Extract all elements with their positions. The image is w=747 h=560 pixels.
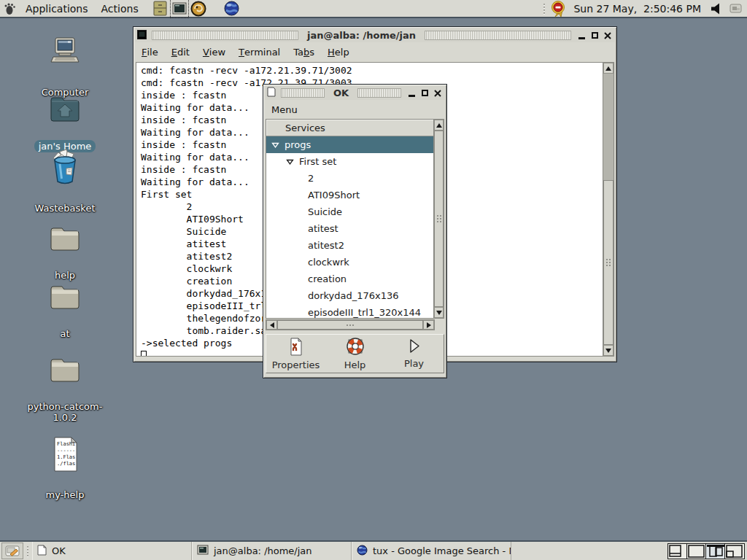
tree-item-label: atitest — [308, 223, 338, 234]
desktop-icon-wastebasket[interactable]: Wastebasket — [20, 148, 110, 214]
workspace-1[interactable] — [668, 544, 687, 559]
services-header[interactable]: Services — [266, 120, 434, 136]
workspace-2[interactable] — [687, 544, 706, 559]
terminal-titlebar[interactable]: jan@alba: /home/jan — [135, 28, 615, 42]
tree-item-atitest[interactable]: atitest — [266, 220, 434, 237]
file-manager-launcher-icon[interactable] — [152, 0, 169, 18]
tree-item-label: progs — [285, 139, 311, 150]
taskbar: OK jan@alba: /home/jan tux - Google Imag… — [0, 540, 747, 560]
scroll-left-icon[interactable] — [266, 320, 277, 330]
task-label: jan@alba: /home/jan — [214, 545, 312, 556]
properties-button[interactable]: Properties — [266, 335, 325, 373]
dialog-vscrollbar[interactable] — [433, 119, 444, 319]
dialog-toolbar: Properties Help Play — [266, 334, 444, 373]
menu-applications[interactable]: Applications — [19, 0, 95, 18]
task-ok[interactable]: OK — [32, 542, 192, 560]
menu-actions[interactable]: Actions — [95, 0, 145, 18]
tree-item-progs[interactable]: progs — [266, 136, 434, 153]
desktop-icon-help[interactable]: help — [20, 224, 110, 281]
dialog-hscrollbar[interactable] — [266, 319, 435, 330]
folder-icon — [20, 282, 110, 311]
tree-item-ati09short[interactable]: ATI09Short — [266, 187, 434, 203]
desktop-icon-computer[interactable]: Computer — [20, 36, 110, 98]
play-label: Play — [404, 358, 424, 369]
workspace-4[interactable] — [725, 544, 744, 559]
tree-item-atitest2[interactable]: atitest2 — [266, 237, 434, 254]
tree-item-label: 2 — [308, 173, 314, 184]
tree-item-first-set[interactable]: First set — [266, 153, 434, 170]
tree-item-2[interactable]: 2 — [266, 170, 434, 187]
services-list: Services progsFirst set2ATI09ShortSuicid… — [266, 119, 435, 319]
taskbar-handle[interactable] — [25, 543, 31, 559]
menu-view[interactable]: View — [196, 42, 232, 61]
terminal-launcher-icon[interactable] — [171, 0, 188, 18]
dialog-menubar: Menu — [263, 100, 446, 119]
desktop-icon-home[interactable]: jan's Home — [20, 93, 110, 152]
desktop-icon-my-help[interactable]: Flashi------1.Flas./flas my-help — [20, 436, 110, 501]
desktop-icon-at[interactable]: at — [20, 282, 110, 340]
scroll-down-icon[interactable] — [603, 345, 614, 356]
task-label: tux - Google Image Search - M — [373, 545, 511, 556]
terminal-window-icon — [135, 28, 149, 42]
menu-help[interactable]: Help — [321, 42, 356, 61]
close-icon[interactable] — [433, 88, 443, 98]
menu-terminal[interactable]: Terminal — [232, 42, 287, 61]
workspace-3[interactable] — [706, 544, 725, 559]
play-button[interactable]: Play — [384, 335, 444, 373]
web-browser-launcher-icon[interactable] — [223, 0, 241, 18]
tree-item-creation[interactable]: creation — [266, 271, 434, 287]
folder-icon — [20, 355, 110, 384]
show-desktop-button[interactable] — [1, 542, 23, 559]
desktop-icon-label: my-help — [42, 489, 89, 501]
scroll-up-icon[interactable] — [434, 120, 444, 131]
dialog-title: OK — [328, 88, 355, 98]
scroll-down-icon[interactable] — [434, 307, 444, 318]
clock[interactable]: Sun 27 May, 2:50:46 PM — [568, 3, 707, 15]
menu-menu[interactable]: Menu — [265, 100, 304, 119]
task-browser[interactable]: tux - Google Image Search - M — [352, 542, 511, 560]
scroll-right-icon[interactable] — [423, 320, 434, 330]
update-notifier-icon[interactable] — [549, 0, 567, 18]
workspace-switcher — [667, 543, 745, 559]
svg-text:------: ------ — [57, 448, 75, 454]
tree-item-dorkydad-176x136[interactable]: dorkydad_176x136 — [266, 287, 434, 304]
scrollbar-thumb[interactable] — [434, 131, 444, 307]
tree-item-label: atitest2 — [308, 240, 344, 251]
minimize-icon[interactable] — [576, 31, 587, 41]
tree-item-suicide[interactable]: Suicide — [266, 203, 434, 220]
volume-icon[interactable] — [708, 0, 725, 18]
expander-down-icon[interactable] — [271, 141, 279, 149]
tree-item-episodeiii-trl1-320x144[interactable]: episodeIII_trl1_320x144 — [266, 304, 434, 319]
expander-down-icon[interactable] — [286, 158, 294, 166]
tree-item-label: episodeIII_trl1_320x144 — [308, 307, 421, 318]
tree-item-clockwrk[interactable]: clockwrk — [266, 254, 434, 271]
document-icon — [37, 545, 47, 558]
dialog-titlebar[interactable]: OK — [265, 86, 445, 100]
gnome-app-launcher-icon[interactable] — [190, 0, 207, 18]
titlebar-stripes — [281, 88, 325, 98]
menu-file[interactable]: File — [135, 42, 165, 61]
titlebar-stripes — [152, 31, 298, 40]
scrollbar-thumb[interactable] — [277, 320, 423, 330]
desktop-icon-python-catcom[interactable]: python-catcom-1.0.2 — [20, 355, 110, 424]
tree-item-label: ATI09Short — [308, 190, 360, 201]
scrollbar-thumb[interactable] — [603, 180, 614, 345]
maximize-icon[interactable] — [419, 88, 430, 98]
terminal-scrollbar[interactable] — [603, 63, 614, 356]
help-button[interactable]: Help — [325, 335, 384, 373]
close-icon[interactable] — [603, 31, 613, 41]
terminal-line: cmd: fcastn -recv -a172.21.39.71/3002 — [141, 64, 603, 77]
maximize-icon[interactable] — [589, 31, 600, 41]
menu-tabs[interactable]: Tabs — [287, 42, 321, 61]
tree-item-label: Suicide — [308, 206, 342, 217]
help-label: Help — [344, 359, 366, 370]
terminal-icon — [197, 545, 209, 557]
panel-handle[interactable] — [541, 1, 547, 16]
task-terminal[interactable]: jan@alba: /home/jan — [192, 542, 352, 560]
gnome-foot-icon[interactable] — [1, 0, 18, 18]
screen-resolution-applet-icon[interactable] — [727, 0, 744, 18]
minimize-icon[interactable] — [406, 88, 417, 98]
terminal-title: jan@alba: /home/jan — [301, 30, 422, 41]
scroll-up-icon[interactable] — [603, 63, 614, 74]
menu-edit[interactable]: Edit — [165, 42, 196, 61]
